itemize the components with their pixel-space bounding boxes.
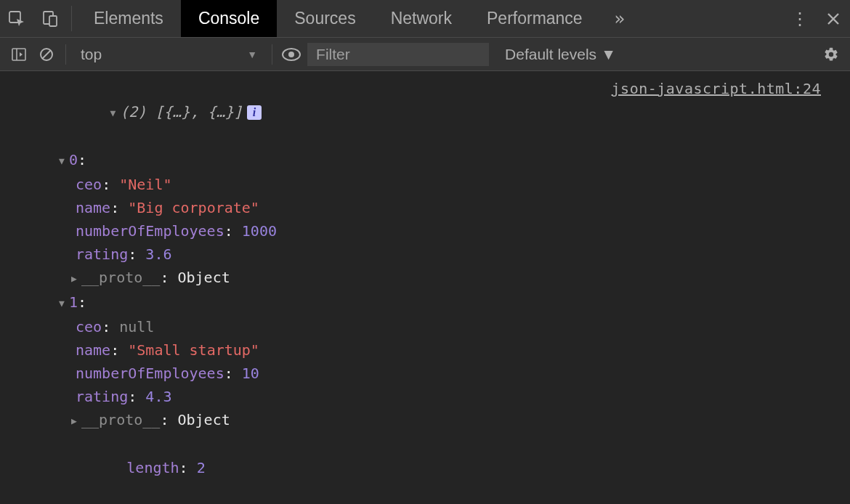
svg-point-6 (288, 52, 294, 57)
object-value: 1000 (242, 222, 277, 240)
object-key: numberOfEmployees (76, 365, 224, 382)
chevron-down-icon: ▼ (601, 46, 616, 63)
object-key: rating (76, 245, 128, 263)
object-key: numberOfEmployees (76, 222, 224, 240)
object-value: null (119, 318, 154, 336)
kebab-menu-icon[interactable]: ⋮ (783, 0, 817, 37)
toggle-sidebar-icon[interactable] (7, 43, 31, 66)
expand-arrow-icon[interactable] (69, 410, 79, 433)
clear-console-icon[interactable] (35, 43, 58, 66)
inspect-element-icon[interactable] (0, 0, 33, 37)
divider (272, 44, 272, 65)
chevron-down-icon: ▼ (247, 49, 257, 60)
array-index: 1 (69, 293, 78, 311)
proto-value: Object (177, 269, 230, 286)
live-expression-icon[interactable] (280, 43, 303, 66)
length-value: 2 (197, 459, 206, 476)
proto-key: __proto__ (81, 269, 160, 286)
length-key: length (126, 459, 179, 476)
array-index: 0 (69, 151, 78, 168)
tab-elements[interactable]: Elements (76, 0, 181, 37)
tab-network[interactable]: Network (373, 0, 469, 37)
divider (71, 6, 72, 31)
log-entry[interactable]: (2) [{…}, {…}]i 0:ceo: "Neil"name: "Big … (0, 77, 305, 504)
proto-key: __proto__ (81, 411, 160, 428)
devtools-tabbar: Elements Console Sources Network Perform… (0, 0, 850, 38)
object-key: name (76, 341, 110, 359)
array-count: (2) (120, 103, 146, 121)
object-value: 3.6 (145, 245, 171, 263)
array-preview: [{…}, {…}] (155, 103, 243, 121)
object-value: 10 (242, 365, 259, 382)
tab-performance[interactable]: Performance (469, 0, 600, 37)
divider (65, 44, 66, 65)
expand-arrow-icon[interactable] (57, 150, 67, 173)
object-key: ceo (76, 176, 102, 193)
object-value: "Big corporate" (128, 199, 259, 216)
svg-rect-3 (12, 49, 25, 60)
tab-sources[interactable]: Sources (277, 0, 373, 37)
object-value: "Neil" (119, 176, 171, 193)
expand-arrow-icon[interactable] (57, 292, 67, 315)
context-selector[interactable]: top ▼ (73, 46, 264, 63)
object-key: name (76, 199, 110, 216)
context-label: top (81, 46, 102, 63)
filter-input[interactable] (307, 43, 489, 66)
svg-rect-2 (49, 16, 57, 26)
object-key: rating (76, 388, 128, 405)
object-value: "Small startup" (128, 341, 259, 359)
object-key: ceo (76, 318, 102, 336)
source-link[interactable]: json-javascript.html:24 (612, 77, 821, 100)
close-icon[interactable] (817, 0, 850, 37)
log-levels-dropdown[interactable]: Default levels ▼ (493, 46, 628, 63)
console-output: (2) [{…}, {…}]i 0:ceo: "Neil"name: "Big … (0, 71, 850, 504)
expand-arrow-icon[interactable] (108, 102, 118, 125)
proto-value: Object (177, 411, 230, 428)
console-toolbar: top ▼ Default levels ▼ (0, 38, 850, 71)
tab-console[interactable]: Console (181, 0, 277, 37)
info-icon[interactable]: i (247, 105, 262, 120)
expand-arrow-icon[interactable] (69, 267, 79, 290)
object-value: 4.3 (145, 388, 171, 405)
more-tabs-icon[interactable]: » (600, 0, 639, 37)
levels-label: Default levels (505, 46, 596, 63)
settings-gear-icon[interactable] (819, 43, 843, 66)
device-toolbar-icon[interactable] (33, 0, 67, 37)
